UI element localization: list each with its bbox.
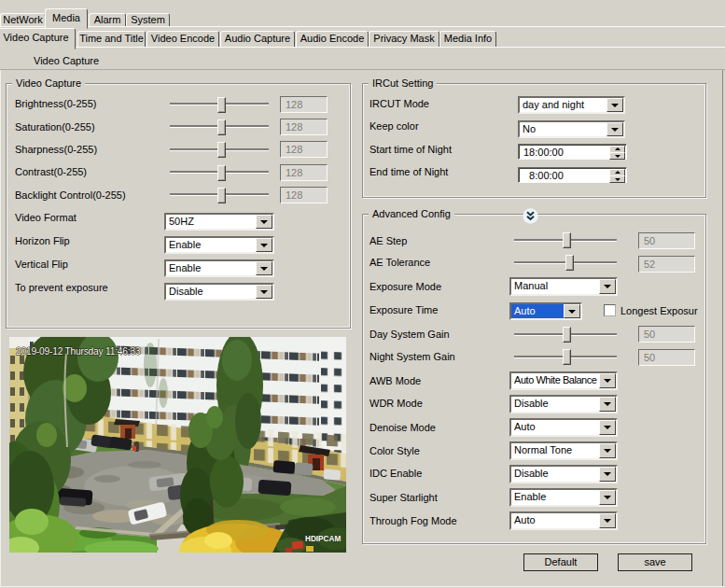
svg-text:HDIPCAM: HDIPCAM: [305, 535, 341, 543]
svg-text:2019-09-12 Thursday 11:46:33: 2019-09-12 Thursday 11:46:33: [16, 346, 141, 357]
